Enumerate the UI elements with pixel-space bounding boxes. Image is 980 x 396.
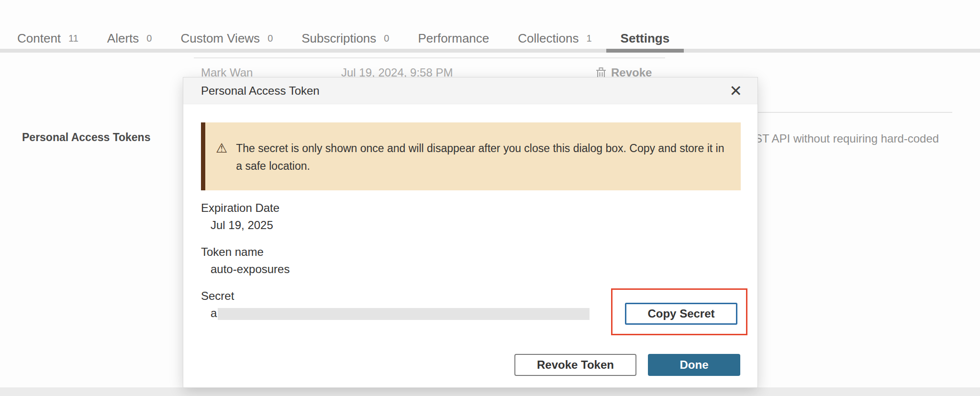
section-label-personal-access-tokens: Personal Access Tokens [22, 131, 150, 144]
tab-label: Collections [518, 31, 579, 46]
table-row-divider [194, 57, 665, 58]
page: Content 11 Alerts 0 Custom Views 0 Subsc… [0, 0, 980, 396]
personal-access-token-dialog: Personal Access Token ✕ ⚠ The secret is … [183, 77, 757, 387]
tab-label: Alerts [107, 31, 139, 46]
section-divider [757, 112, 952, 113]
tab-count: 11 [68, 33, 78, 44]
warning-text: The secret is only shown once and will d… [236, 140, 729, 190]
tab-alerts[interactable]: Alerts 0 [93, 26, 167, 50]
copy-secret-button[interactable]: Copy Secret [625, 303, 737, 325]
warning-banner: ⚠ The secret is only shown once and will… [201, 122, 741, 190]
tab-collections[interactable]: Collections 1 [503, 26, 606, 50]
tab-list: Content 11 Alerts 0 Custom Views 0 Subsc… [3, 26, 684, 50]
tab-settings[interactable]: Settings [606, 26, 684, 50]
expiration-date-label: Expiration Date [201, 201, 279, 215]
secret-label: Secret [201, 289, 234, 303]
tab-count: 1 [586, 33, 591, 44]
token-name-value: auto-exposures [211, 263, 290, 276]
tab-label: Content [17, 31, 61, 46]
dialog-header: Personal Access Token [183, 77, 757, 104]
tab-bar: Content 11 Alerts 0 Custom Views 0 Subsc… [0, 0, 980, 53]
tab-label: Settings [621, 31, 670, 46]
tab-count: 0 [267, 33, 273, 44]
tab-label: Subscriptions [301, 31, 376, 46]
secret-visible-value: a [211, 307, 217, 320]
tab-label: Performance [418, 31, 489, 46]
pat-description-fragment: ST API without requiring hard-coded [755, 132, 939, 145]
done-button[interactable]: Done [648, 354, 740, 376]
secret-redacted-bar [218, 308, 590, 320]
revoke-token-button[interactable]: Revoke Token [514, 354, 636, 376]
tab-custom-views[interactable]: Custom Views 0 [166, 26, 287, 50]
tab-label: Custom Views [180, 31, 260, 46]
page-bottom-strip [0, 387, 980, 396]
token-name-label: Token name [201, 245, 264, 259]
tab-count: 0 [384, 33, 389, 44]
expiration-date-value: Jul 19, 2025 [211, 219, 273, 232]
warning-icon: ⚠ [216, 140, 227, 190]
tab-subscriptions[interactable]: Subscriptions 0 [287, 26, 403, 50]
dialog-title: Personal Access Token [201, 84, 320, 98]
tab-performance[interactable]: Performance [403, 26, 503, 50]
tab-content[interactable]: Content 11 [3, 26, 93, 50]
close-icon[interactable]: ✕ [726, 82, 745, 99]
tab-count: 0 [146, 33, 152, 44]
